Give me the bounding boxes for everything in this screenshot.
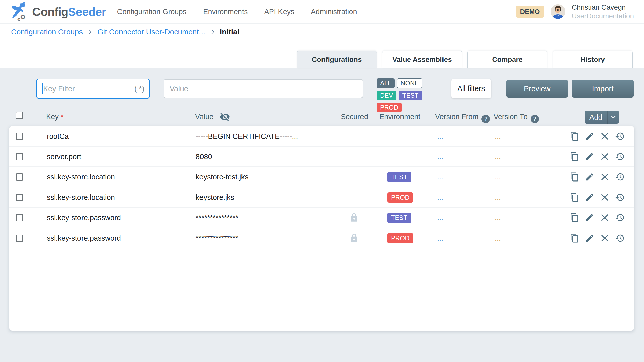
row-actions xyxy=(570,167,625,187)
environment-badge: PROD xyxy=(387,192,413,203)
edit-button[interactable] xyxy=(585,152,595,162)
tab-value-assemblies[interactable]: Value Assemblies xyxy=(382,51,462,68)
row-checkbox[interactable] xyxy=(16,153,23,160)
question-mark-icon[interactable]: ? xyxy=(481,115,490,123)
env-filter-badge-dev[interactable]: DEV xyxy=(377,90,396,100)
value-filter-input[interactable] xyxy=(170,84,357,93)
history-button[interactable] xyxy=(615,192,625,202)
delete-button[interactable] xyxy=(600,192,610,202)
column-header-value: Value xyxy=(195,113,213,121)
nav-item-administration[interactable]: Administration xyxy=(311,8,357,16)
row-checkbox[interactable] xyxy=(16,214,23,221)
copy-button[interactable] xyxy=(570,213,580,223)
lock-icon xyxy=(349,213,359,222)
question-mark-icon[interactable]: ? xyxy=(531,115,539,123)
environment-filter-badges: ALLNONEDEVTESTPROD xyxy=(377,78,440,112)
chevron-right-icon xyxy=(87,29,93,35)
history-button[interactable] xyxy=(615,172,625,182)
env-filter-badge-test[interactable]: TEST xyxy=(399,90,422,100)
brand-logo[interactable]: ⚙ ⚙ ConfigSeeder xyxy=(9,2,106,21)
user-menu[interactable]: Christian Cavegn UserDocumentation xyxy=(572,3,634,20)
tab-configurations[interactable]: Configurations xyxy=(297,51,377,68)
breadcrumb-item-git-connector-user-document[interactable]: Git Connector User-Document... xyxy=(97,28,205,36)
env-filter-badge-none[interactable]: NONE xyxy=(397,78,422,88)
delete-button[interactable] xyxy=(600,172,610,182)
edit-icon xyxy=(585,233,594,243)
add-button[interactable]: Add xyxy=(585,111,607,124)
edit-button[interactable] xyxy=(585,213,595,223)
table-row: server.port8080...... xyxy=(9,147,634,167)
copy-button[interactable] xyxy=(570,192,580,202)
history-button[interactable] xyxy=(615,213,625,223)
history-icon xyxy=(615,152,625,161)
config-key: rootCa xyxy=(47,126,69,147)
top-navbar: ⚙ ⚙ ConfigSeeder Configuration GroupsEnv… xyxy=(0,0,644,24)
key-filter-field[interactable]: (.*) xyxy=(36,79,150,99)
key-filter-input[interactable] xyxy=(43,84,132,93)
copy-button[interactable] xyxy=(570,172,580,182)
row-checkbox[interactable] xyxy=(16,194,23,201)
chevron-right-icon xyxy=(209,29,216,35)
required-asterisk: * xyxy=(61,113,63,121)
history-button[interactable] xyxy=(615,131,625,141)
edit-button[interactable] xyxy=(585,192,595,202)
main-nav: Configuration GroupsEnvironmentsAPI Keys… xyxy=(117,8,357,16)
copy-button[interactable] xyxy=(570,233,580,243)
breadcrumb: Configuration GroupsGit Connector User-D… xyxy=(11,28,239,36)
table-row: ssl.key-store.locationkeystore.jksPROD..… xyxy=(9,187,634,208)
svg-text:⚙: ⚙ xyxy=(20,13,26,21)
eye-slash-icon[interactable] xyxy=(220,112,230,122)
nav-item-environments[interactable]: Environments xyxy=(203,8,248,16)
content-panel: (.*) ALLNONEDEVTESTPROD All filters Prev… xyxy=(0,68,644,362)
tab-history[interactable]: History xyxy=(553,51,633,68)
select-all-checkbox[interactable] xyxy=(16,112,23,119)
nav-item-configuration-groups[interactable]: Configuration Groups xyxy=(117,8,187,16)
version-from: ... xyxy=(437,208,443,228)
all-filters-button[interactable]: All filters xyxy=(451,79,491,98)
edit-icon xyxy=(585,131,594,141)
row-actions xyxy=(570,187,625,207)
preview-button[interactable]: Preview xyxy=(506,80,568,98)
value-filter-field[interactable] xyxy=(164,79,363,98)
env-filter-badge-all[interactable]: ALL xyxy=(377,78,395,88)
column-header-secured: Secured xyxy=(341,113,368,121)
table-row: ssl.key-store.password***************PRO… xyxy=(9,228,634,248)
table-row: rootCa-----BEGIN CERTIFICATE-----.......… xyxy=(9,126,634,147)
row-checkbox[interactable] xyxy=(16,133,23,140)
version-to: ... xyxy=(495,147,501,167)
edit-button[interactable] xyxy=(585,131,595,141)
row-actions xyxy=(570,126,625,146)
delete-button[interactable] xyxy=(600,131,610,141)
import-button[interactable]: Import xyxy=(572,80,634,98)
row-checkbox[interactable] xyxy=(16,173,23,181)
delete-button[interactable] xyxy=(600,233,610,243)
environment-badge: TEST xyxy=(387,213,411,223)
demo-badge: DEMO xyxy=(516,6,544,18)
config-value: keystore-test.jks xyxy=(196,167,249,187)
copy-button[interactable] xyxy=(570,131,580,141)
copy-button[interactable] xyxy=(570,152,580,162)
user-avatar[interactable] xyxy=(551,4,565,19)
version-to: ... xyxy=(495,228,501,248)
history-button[interactable] xyxy=(615,152,625,162)
lock-icon xyxy=(349,233,359,243)
tab-compare[interactable]: Compare xyxy=(467,51,547,68)
config-key: ssl.key-store.location xyxy=(47,187,115,208)
edit-button[interactable] xyxy=(585,172,595,182)
add-dropdown-toggle[interactable] xyxy=(607,111,619,124)
version-from: ... xyxy=(437,187,443,208)
config-key: ssl.key-store.password xyxy=(47,228,121,248)
breadcrumb-item-configuration-groups[interactable]: Configuration Groups xyxy=(11,28,83,36)
delete-button[interactable] xyxy=(600,213,610,223)
history-button[interactable] xyxy=(615,233,625,243)
nav-item-api-keys[interactable]: API Keys xyxy=(264,8,294,16)
row-checkbox[interactable] xyxy=(16,235,23,242)
edit-button[interactable] xyxy=(585,233,595,243)
history-icon xyxy=(615,131,625,141)
config-value: 8080 xyxy=(196,147,212,167)
delete-button[interactable] xyxy=(600,152,610,162)
environment-badge: TEST xyxy=(387,172,411,182)
table-row: ssl.key-store.locationkeystore-test.jksT… xyxy=(9,167,634,187)
navbar-right: DEMO Christian Cavegn UserDocumentation xyxy=(516,3,634,20)
copy-icon xyxy=(570,131,579,141)
